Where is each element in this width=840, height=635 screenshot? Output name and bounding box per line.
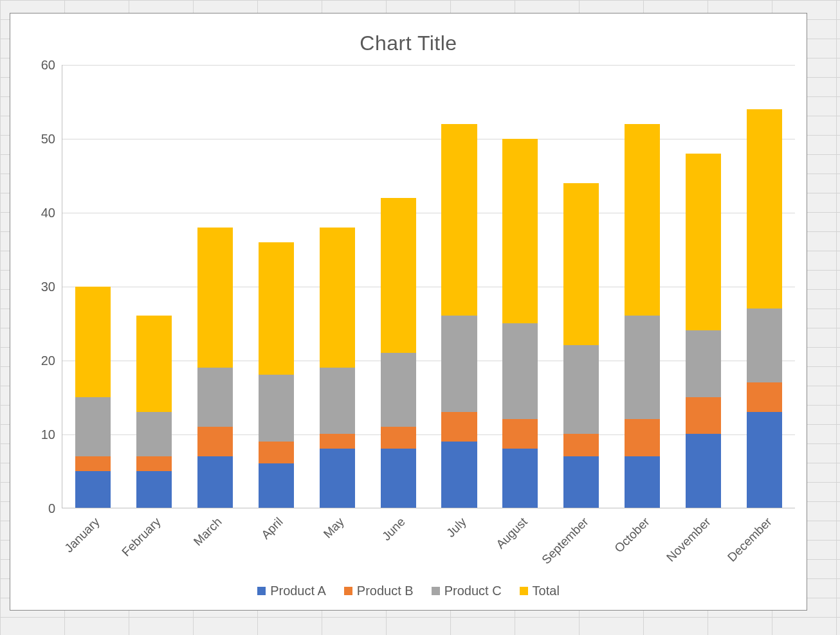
bar-slot (185, 65, 246, 508)
bar-segment-total[interactable] (747, 109, 782, 309)
bar-segment-product-b[interactable] (686, 397, 721, 434)
bar-segment-product-b[interactable] (136, 456, 172, 471)
plot-area (62, 65, 795, 508)
y-tick-label: 40 (30, 206, 55, 220)
x-label-slot: May (306, 510, 367, 574)
bar-segment-product-a[interactable] (320, 449, 355, 508)
chart-object[interactable]: Chart Title 0102030405060 JanuaryFebruar… (10, 13, 807, 611)
bar-segment-total[interactable] (502, 139, 538, 323)
bar-segment-product-a[interactable] (136, 471, 172, 508)
bar-segment-product-b[interactable] (197, 427, 233, 456)
bar-segment-total[interactable] (441, 124, 477, 316)
bar-stack[interactable] (625, 65, 660, 508)
y-tick-label: 0 (30, 501, 55, 516)
x-label-slot: November (673, 510, 734, 574)
bar-stack[interactable] (381, 65, 416, 508)
bar-segment-product-b[interactable] (625, 419, 660, 456)
bar-stack[interactable] (75, 65, 111, 508)
x-tick-label: October (612, 515, 652, 555)
bar-stack[interactable] (686, 65, 721, 508)
bar-segment-product-a[interactable] (441, 442, 477, 508)
bar-slot (368, 65, 429, 508)
bar-segment-total[interactable] (381, 198, 416, 353)
bar-stack[interactable] (320, 65, 355, 508)
bar-segment-product-b[interactable] (747, 382, 782, 412)
bar-segment-product-a[interactable] (563, 456, 599, 508)
bar-segment-product-c[interactable] (136, 412, 172, 456)
bar-segment-product-c[interactable] (75, 397, 111, 456)
legend: Product AProduct BProduct CTotal (10, 584, 807, 598)
x-label-slot: April (245, 510, 306, 574)
bar-segment-product-c[interactable] (563, 345, 599, 434)
x-tick-label: June (379, 515, 408, 544)
bar-segment-total[interactable] (136, 316, 172, 411)
bar-segment-product-b[interactable] (441, 412, 477, 442)
chart-title: Chart Title (10, 31, 807, 55)
legend-item-product-a[interactable]: Product A (257, 584, 326, 598)
bar-segment-product-c[interactable] (381, 353, 416, 427)
y-tick-label: 20 (30, 353, 55, 368)
bar-segment-product-b[interactable] (563, 434, 599, 456)
bar-segment-product-a[interactable] (502, 449, 538, 508)
bar-stack[interactable] (747, 65, 782, 508)
bar-stack[interactable] (441, 65, 477, 508)
plot-container: 0102030405060 JanuaryFebruaryMarchAprilM… (30, 65, 795, 508)
x-tick-label: July (444, 515, 469, 540)
bar-segment-product-a[interactable] (197, 456, 233, 508)
bar-segment-product-a[interactable] (381, 449, 416, 508)
bar-segment-product-a[interactable] (259, 463, 294, 508)
bar-segment-product-b[interactable] (75, 456, 111, 471)
bar-slot (123, 65, 185, 508)
bar-slot (612, 65, 673, 508)
bar-stack[interactable] (136, 65, 172, 508)
bar-stack[interactable] (259, 65, 294, 508)
bar-segment-product-c[interactable] (320, 368, 355, 434)
legend-label: Product B (357, 584, 414, 598)
bar-segment-product-a[interactable] (686, 434, 721, 508)
legend-swatch-icon (432, 587, 440, 595)
bar-segment-total[interactable] (625, 124, 660, 316)
x-label-slot: December (734, 510, 795, 574)
legend-swatch-icon (520, 587, 528, 595)
bar-segment-total[interactable] (320, 228, 355, 368)
legend-label: Product C (444, 584, 502, 598)
x-tick-label: August (493, 515, 530, 551)
bar-slot (246, 65, 307, 508)
bar-segment-product-c[interactable] (686, 330, 721, 397)
bar-slot (489, 65, 551, 508)
bar-segment-product-b[interactable] (320, 434, 355, 449)
bar-segment-product-c[interactable] (625, 316, 660, 419)
y-tick-label: 30 (30, 280, 55, 294)
bar-segment-product-a[interactable] (747, 412, 782, 508)
bar-segment-total[interactable] (197, 228, 233, 368)
x-tick-label: May (320, 515, 347, 541)
bar-group (62, 65, 795, 508)
bar-segment-product-c[interactable] (747, 309, 782, 382)
legend-label: Product A (270, 584, 326, 598)
bar-segment-product-c[interactable] (502, 323, 538, 419)
bar-stack[interactable] (502, 65, 538, 508)
bar-segment-product-c[interactable] (259, 375, 294, 441)
bar-stack[interactable] (197, 65, 233, 508)
x-label-slot: June (367, 510, 428, 574)
x-label-slot: August (489, 510, 551, 574)
bar-segment-product-a[interactable] (625, 456, 660, 508)
bar-segment-product-c[interactable] (197, 368, 233, 427)
bar-segment-total[interactable] (563, 183, 599, 346)
bar-stack[interactable] (563, 65, 599, 508)
x-tick-label: January (62, 515, 102, 555)
legend-item-product-b[interactable]: Product B (344, 584, 414, 598)
bar-segment-total[interactable] (75, 287, 111, 397)
bar-segment-product-b[interactable] (502, 419, 538, 449)
bar-slot (429, 65, 490, 508)
bar-segment-product-b[interactable] (259, 442, 294, 463)
legend-item-product-c[interactable]: Product C (432, 584, 502, 598)
bar-segment-total[interactable] (259, 242, 294, 375)
bar-segment-product-b[interactable] (381, 427, 416, 449)
bar-segment-product-c[interactable] (441, 316, 477, 411)
bar-segment-product-a[interactable] (75, 471, 111, 508)
bar-slot (307, 65, 368, 508)
x-label-slot: February (123, 510, 184, 574)
legend-item-total[interactable]: Total (520, 584, 560, 598)
bar-segment-total[interactable] (686, 154, 721, 331)
